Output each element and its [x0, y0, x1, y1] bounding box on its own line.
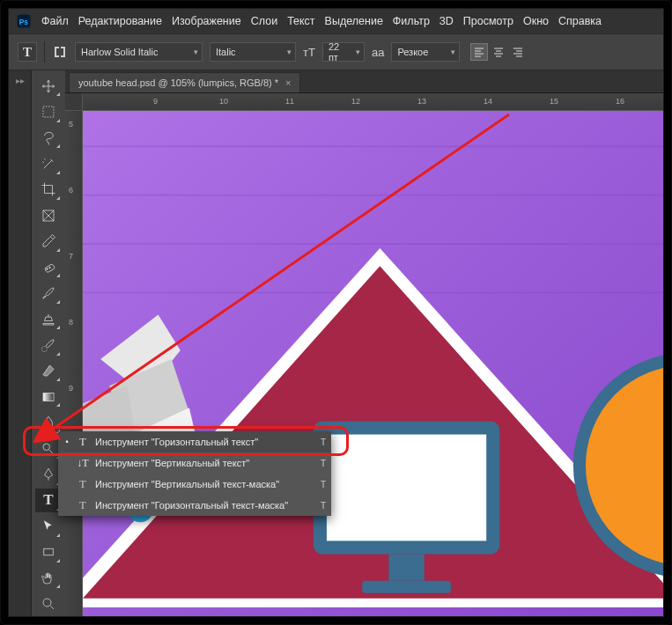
menu-layers[interactable]: Слои: [251, 15, 277, 27]
font-family-select[interactable]: Harlow Solid Italic: [75, 42, 203, 62]
menu-image[interactable]: Изображение: [172, 15, 241, 27]
menu-help[interactable]: Справка: [558, 15, 602, 27]
tool-heal[interactable]: [35, 255, 62, 279]
tool-eyedropper[interactable]: [35, 230, 62, 254]
tool-magic-wand[interactable]: [35, 151, 62, 175]
menu-edit[interactable]: Редактирование: [78, 15, 162, 27]
flyout-item-vertical-type-mask[interactable]: T Инструмент "Вертикальный текст-маска" …: [58, 474, 331, 495]
document-tabbar: youtube head.psd @ 105% (lumpics, RGB/8)…: [65, 70, 663, 93]
tool-history-brush[interactable]: [35, 333, 62, 357]
svg-rect-25: [327, 435, 486, 541]
type-tool-flyout: • T Инструмент "Горизонтальный текст" T …: [58, 431, 331, 516]
tool-hand[interactable]: [35, 566, 62, 590]
svg-rect-2: [43, 107, 54, 117]
svg-rect-27: [362, 581, 451, 593]
tool-eraser[interactable]: [35, 359, 62, 383]
font-size-select[interactable]: 22 пт: [322, 42, 365, 62]
ruler-vertical[interactable]: 5 6 7 8 9 10: [65, 111, 83, 616]
tool-crop[interactable]: [35, 178, 62, 202]
current-tool-icon[interactable]: T: [18, 42, 37, 62]
svg-rect-9: [44, 549, 54, 556]
svg-text:Ps: Ps: [19, 18, 29, 26]
font-style-select[interactable]: Italic: [210, 42, 296, 62]
antialias-select[interactable]: Резкое: [391, 42, 460, 62]
flyout-item-horizontal-type-mask[interactable]: T Инструмент "Горизонтальный текст-маска…: [58, 495, 331, 516]
ruler-horizontal[interactable]: 9 10 11 12 13 14 15 16: [83, 93, 663, 111]
ruler-corner: [65, 93, 83, 111]
tool-move[interactable]: [35, 74, 62, 98]
flyout-item-vertical-type[interactable]: ↓T Инструмент "Вертикальный текст" T: [58, 452, 331, 474]
antialias-icon: aa: [372, 46, 384, 59]
left-gutter: ▸▸: [9, 70, 32, 616]
font-size-icon: тT: [303, 46, 315, 59]
menu-file[interactable]: Файл: [41, 15, 69, 27]
menu-window[interactable]: Окно: [523, 15, 549, 27]
menu-3d[interactable]: 3D: [439, 15, 454, 27]
tool-gradient[interactable]: [35, 385, 62, 408]
menu-text[interactable]: Текст: [287, 15, 314, 27]
type-icon: T: [76, 436, 90, 449]
align-right-button[interactable]: [509, 43, 527, 61]
align-center-button[interactable]: [490, 43, 507, 61]
menu-select[interactable]: Выделение: [325, 15, 383, 27]
type-mask-icon: T: [76, 478, 90, 491]
tool-marquee[interactable]: [35, 99, 62, 123]
canvas[interactable]: [83, 111, 663, 616]
menu-view[interactable]: Просмотр: [463, 15, 513, 27]
text-align-group: [470, 43, 527, 61]
divider: [44, 41, 45, 62]
svg-point-6: [49, 267, 51, 268]
options-bar: T Harlow Solid Italic Italic тT 22 пт aa…: [9, 33, 663, 70]
svg-rect-7: [43, 393, 54, 401]
svg-point-5: [47, 268, 48, 269]
svg-point-10: [43, 599, 51, 607]
tool-clone-stamp[interactable]: [35, 307, 62, 331]
document-area: youtube head.psd @ 105% (lumpics, RGB/8)…: [65, 70, 663, 616]
document-tab-title: youtube head.psd @ 105% (lumpics, RGB/8)…: [78, 77, 278, 88]
menu-filter[interactable]: Фильтр: [393, 15, 430, 27]
orientation-toggle-icon[interactable]: [52, 44, 68, 60]
align-left-button[interactable]: [470, 43, 488, 61]
type-icon: ↓T: [76, 457, 90, 470]
flyout-item-horizontal-type[interactable]: • T Инструмент "Горизонтальный текст" T: [58, 431, 331, 452]
tool-brush[interactable]: [35, 281, 62, 305]
document-tab[interactable]: youtube head.psd @ 105% (lumpics, RGB/8)…: [69, 72, 300, 92]
svg-point-8: [43, 444, 50, 451]
expand-panels-icon[interactable]: ▸▸: [9, 74, 31, 87]
type-mask-icon: T: [76, 499, 90, 512]
app-logo: Ps: [16, 13, 32, 29]
tool-rectangle[interactable]: [35, 540, 62, 564]
tool-path-select[interactable]: [35, 514, 62, 538]
artwork: [83, 111, 663, 616]
menubar: Ps Файл Редактирование Изображение Слои …: [9, 9, 663, 33]
svg-rect-26: [388, 555, 424, 581]
tool-frame[interactable]: [35, 203, 62, 227]
toolbar: T: [32, 70, 65, 616]
tool-zoom[interactable]: [35, 592, 62, 615]
close-icon[interactable]: ×: [285, 77, 291, 88]
tool-lasso[interactable]: [35, 126, 62, 150]
